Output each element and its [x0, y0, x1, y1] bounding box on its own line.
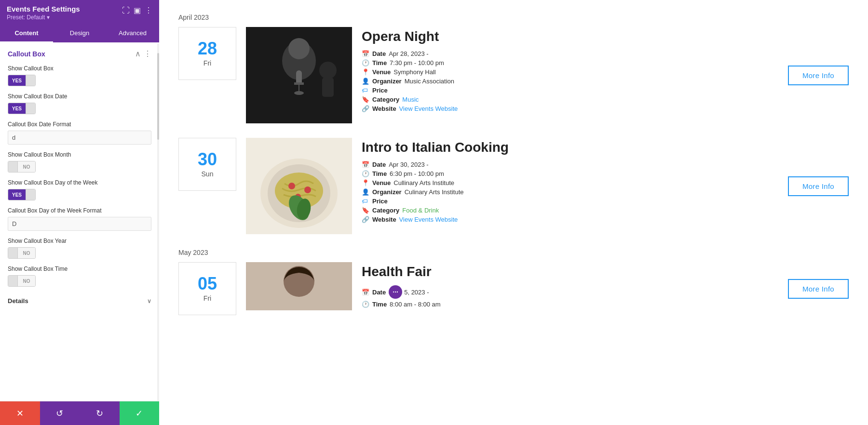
venue-icon-cooking: 📍	[362, 179, 369, 186]
more-options-icon[interactable]: ⋮	[145, 6, 152, 15]
svg-point-14	[304, 186, 311, 193]
event-details-cooking: Intro to Italian Cooking 📅 Date Apr 30, …	[362, 138, 778, 223]
details-chevron-icon: ∨	[147, 298, 151, 305]
show-callout-month-field: Show Callout Box Month NO	[8, 151, 151, 173]
month-label-may: May 2023	[178, 249, 849, 256]
show-callout-box-toggle[interactable]: YES	[8, 75, 36, 86]
fullscreen-icon[interactable]: ⛶	[122, 6, 130, 15]
event-name-health: Health Fair	[362, 264, 778, 279]
show-callout-time-toggle[interactable]: NO	[8, 275, 36, 287]
toggle-yes-label2: YES	[8, 103, 26, 114]
section-more-icon[interactable]: ⋮	[144, 49, 151, 58]
meta-price-cooking: 🏷 Price	[362, 198, 778, 205]
more-info-button-cooking[interactable]: More Info	[788, 176, 849, 196]
section-header: Callout Box ∧ ⋮	[8, 49, 151, 58]
organizer-icon-opera: 👤	[362, 78, 369, 85]
time-label-cooking: Time	[372, 170, 387, 177]
layout-icon[interactable]: ▣	[134, 6, 141, 15]
event-image-health	[246, 262, 352, 310]
undo-button[interactable]: ↺	[40, 401, 80, 425]
show-callout-year-field: Show Callout Box Year NO	[8, 238, 151, 259]
purple-badge: ···	[389, 285, 402, 299]
panel-preset[interactable]: Preset: Default ▾	[7, 14, 80, 21]
meta-date-opera: 📅 Date Apr 28, 2023 -	[362, 50, 778, 57]
website-link-opera[interactable]: View Events Website	[399, 105, 458, 112]
show-callout-dow-toggle[interactable]: YES	[8, 189, 36, 200]
event-meta-cooking: 📅 Date Apr 30, 2023 - 🕐 Time 6:30 pm - 1…	[362, 161, 778, 223]
tab-advanced[interactable]: Advanced	[106, 25, 159, 42]
show-callout-date-toggle[interactable]: YES	[8, 103, 36, 114]
venue-value-cooking: Cullinary Arts Institute	[393, 179, 454, 186]
clock-icon-opera: 🕐	[362, 59, 369, 66]
callout-date-format-input[interactable]	[8, 131, 151, 145]
more-info-button-opera[interactable]: More Info	[788, 66, 849, 85]
toggle-no-handle2	[8, 248, 18, 258]
clock-icon-cooking: 🕐	[362, 170, 369, 177]
callout-weekday-cooking: Sun	[202, 170, 214, 178]
scrollbar-thumb[interactable]	[157, 53, 159, 140]
event-name-cooking: Intro to Italian Cooking	[362, 140, 778, 155]
meta-date-cooking: 📅 Date Apr 30, 2023 -	[362, 161, 778, 168]
venue-label-opera: Venue	[372, 68, 391, 76]
meta-category-opera: 🔖 Category Music	[362, 96, 778, 103]
meta-date-health: 📅 Date ··· 5, 2023 -	[362, 285, 778, 299]
meta-organizer-cooking: 👤 Organizer Culinary Arts Institute	[362, 188, 778, 196]
show-callout-month-label: Show Callout Box Month	[8, 151, 151, 158]
svg-rect-4	[294, 82, 304, 85]
toggle-no-label3: NO	[18, 276, 35, 286]
venue-label-cooking: Venue	[372, 179, 391, 186]
bottom-toolbar: ✕ ↺ ↻ ✓	[0, 401, 159, 425]
callout-date-format-field: Callout Box Date Format	[8, 121, 151, 145]
toggle-no-handle3	[8, 276, 18, 286]
callout-date-format-label: Callout Box Date Format	[8, 121, 151, 128]
organizer-value-cooking: Culinary Arts Institute	[405, 188, 464, 196]
calendar-icon-cooking: 📅	[362, 161, 369, 168]
website-label-cooking: Website	[372, 216, 396, 223]
category-link-cooking[interactable]: Food & Drink	[402, 207, 439, 214]
clock-icon-health: 🕐	[362, 301, 369, 308]
category-icon-cooking: 🔖	[362, 207, 369, 214]
more-info-button-health[interactable]: More Info	[788, 279, 849, 299]
category-link-opera[interactable]: Music	[402, 96, 419, 103]
panel-body: Callout Box ∧ ⋮ Show Callout Box YES Sho…	[0, 42, 159, 401]
event-meta-opera: 📅 Date Apr 28, 2023 - 🕐 Time 7:30 pm - 1…	[362, 50, 778, 112]
organizer-value-opera: Music Association	[405, 78, 454, 85]
panel-header-left: Events Feed Settings Preset: Default ▾	[7, 5, 80, 21]
meta-time-health: 🕐 Time 8:00 am - 8:00 am	[362, 301, 778, 308]
event-name-opera: Opera Night	[362, 29, 778, 44]
website-label-opera: Website	[372, 105, 396, 112]
callout-box-health: 05 Fri	[178, 262, 236, 315]
event-image-opera	[246, 27, 352, 123]
collapse-icon[interactable]: ∧	[135, 49, 141, 58]
show-callout-month-toggle[interactable]: NO	[8, 161, 36, 173]
details-section[interactable]: Details ∨	[8, 293, 151, 306]
section-title: Callout Box	[8, 50, 45, 58]
callout-dow-format-label: Callout Box Day of the Week Format	[8, 207, 151, 214]
event-row-cooking: 30 Sun	[178, 138, 849, 234]
meta-price-opera: 🏷 Price	[362, 87, 778, 94]
tab-bar: Content Design Advanced	[0, 25, 159, 42]
price-icon-opera: 🏷	[362, 87, 369, 94]
toggle-handle2	[26, 103, 35, 114]
time-label-opera: Time	[372, 59, 387, 66]
toggle-yes-label: YES	[8, 75, 26, 86]
event-meta-health: 📅 Date ··· 5, 2023 - 🕐 Time 8:00 am - 8:…	[362, 285, 778, 308]
show-callout-box-label: Show Callout Box	[8, 65, 151, 72]
meta-website-cooking: 🔗 Website View Events Website	[362, 216, 778, 223]
save-button[interactable]: ✓	[120, 401, 160, 425]
organizer-label-opera: Organizer	[372, 78, 402, 85]
time-label-health: Time	[372, 301, 387, 308]
tab-content[interactable]: Content	[0, 25, 53, 42]
meta-venue-cooking: 📍 Venue Cullinary Arts Institute	[362, 179, 778, 186]
callout-dow-format-field: Callout Box Day of the Week Format	[8, 207, 151, 231]
event-details-opera: Opera Night 📅 Date Apr 28, 2023 - 🕐 Time…	[362, 27, 778, 112]
venue-value-opera: Symphony Hall	[393, 68, 435, 76]
tab-design[interactable]: Design	[53, 25, 106, 42]
callout-dow-format-input[interactable]	[8, 217, 151, 231]
website-link-cooking[interactable]: View Events Website	[399, 216, 458, 223]
callout-weekday-health: Fri	[203, 294, 211, 302]
redo-button[interactable]: ↻	[80, 401, 120, 425]
website-icon-opera: 🔗	[362, 105, 369, 112]
show-callout-year-toggle[interactable]: NO	[8, 247, 36, 259]
cancel-button[interactable]: ✕	[0, 401, 40, 425]
